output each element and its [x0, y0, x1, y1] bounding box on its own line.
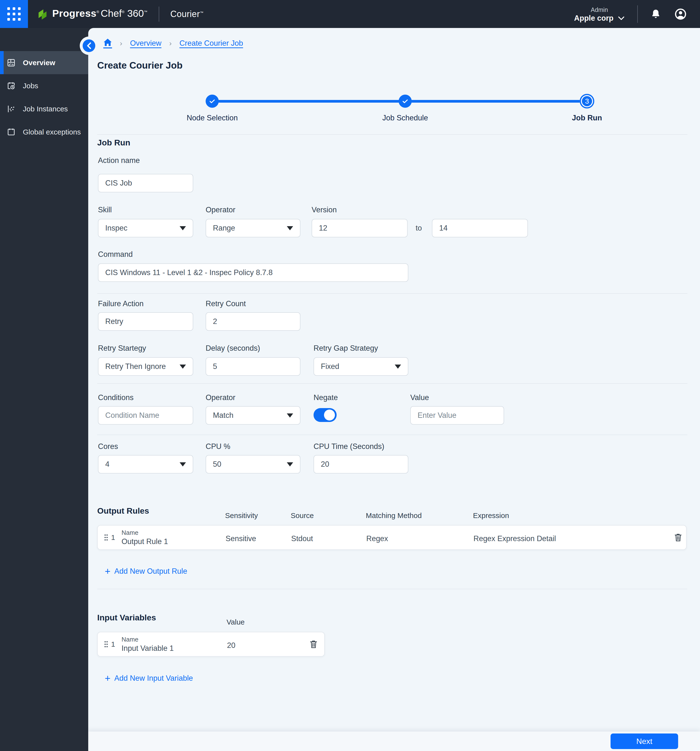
- retry-gap-select[interactable]: Fixed: [313, 357, 409, 376]
- action-name-input[interactable]: [98, 174, 193, 192]
- version-from-input[interactable]: [311, 219, 408, 237]
- plus-icon: +: [105, 675, 110, 682]
- caret-down-icon: [395, 365, 401, 369]
- step-label-node-selection: Node Selection: [163, 114, 261, 122]
- role-label: Admin: [591, 6, 608, 14]
- operator-label: Operator: [206, 206, 235, 214]
- row-name-label: Name: [122, 636, 138, 643]
- user-avatar-icon: [675, 8, 686, 20]
- section-title-job-run: Job Run: [97, 138, 130, 147]
- operator-select[interactable]: Range: [206, 219, 301, 237]
- section-divider: [97, 293, 688, 294]
- breadcrumb: › Overview › Create Courier Job: [103, 38, 243, 48]
- sidebar-item-overview[interactable]: Overview: [0, 51, 88, 74]
- retry-count-input[interactable]: [206, 312, 301, 331]
- output-rule-sensitivity: Sensitive: [225, 534, 256, 543]
- home-icon: [103, 38, 112, 46]
- caret-down-icon: [287, 462, 293, 467]
- sidebar-item-label: Jobs: [23, 82, 38, 90]
- sidebar-item-label: Global exceptions: [23, 128, 81, 136]
- version-label: Version: [311, 206, 337, 214]
- caret-down-icon: [180, 226, 186, 230]
- retry-strategy-select[interactable]: Retry Then Ignore: [98, 357, 193, 376]
- failure-action-label: Failure Action: [98, 299, 143, 308]
- col-matching-method: Matching Method: [366, 511, 422, 520]
- cond-operator-select[interactable]: Match: [206, 406, 301, 425]
- version-to-word: to: [416, 219, 422, 237]
- app-grid-button[interactable]: [0, 0, 28, 28]
- version-to-input[interactable]: [432, 219, 528, 237]
- brand-progress: Progress®: [52, 8, 99, 19]
- sidebar-collapse-button[interactable]: [83, 39, 95, 52]
- sidebar-item-jobs[interactable]: Jobs: [0, 74, 88, 97]
- delete-input-variable-button[interactable]: [309, 639, 318, 649]
- sidebar-item-label: Overview: [23, 59, 55, 67]
- drag-handle[interactable]: 1: [104, 533, 115, 542]
- next-button[interactable]: Next: [611, 734, 678, 749]
- sidebar-item-global-exceptions[interactable]: Global exceptions: [0, 121, 88, 144]
- breadcrumb-overview-link[interactable]: Overview: [130, 39, 161, 48]
- drag-handle[interactable]: 1: [104, 640, 115, 648]
- step-job-run-circle[interactable]: 3: [580, 94, 594, 108]
- output-rule-row: 1 Name Output Rule 1 Sensitive Stdout Re…: [97, 525, 687, 550]
- skill-label: Skill: [98, 206, 112, 214]
- delay-input[interactable]: [206, 357, 301, 376]
- brand-logo: Progress® Chef® 360™: [36, 8, 148, 20]
- skill-select[interactable]: Inspec: [98, 219, 193, 237]
- add-input-variable-link[interactable]: + Add New Input Variable: [105, 674, 193, 683]
- failure-action-input[interactable]: [98, 312, 193, 331]
- col-source: Source: [291, 511, 314, 520]
- condition-name-input[interactable]: [98, 406, 193, 425]
- footer-bar: Next: [88, 731, 700, 751]
- org-switcher[interactable]: Admin Apple corp: [574, 6, 624, 23]
- breadcrumb-home-link[interactable]: [103, 38, 112, 48]
- dashboard-icon: [6, 58, 16, 67]
- header-divider: [159, 6, 159, 22]
- step-node-selection-circle[interactable]: [206, 94, 219, 108]
- product-name: Courier™: [170, 9, 204, 19]
- cpu-time-input[interactable]: [313, 455, 409, 473]
- col-value: Value: [227, 618, 245, 626]
- input-variable-value: 20: [227, 641, 235, 650]
- retry-strategy-label: Retry Startegy: [98, 344, 146, 352]
- cond-operator-label: Operator: [206, 393, 235, 402]
- step-job-schedule-circle[interactable]: [399, 94, 412, 108]
- section-divider: [97, 383, 688, 384]
- cond-value-input[interactable]: [410, 406, 504, 425]
- chevron-down-icon: [618, 16, 624, 20]
- user-menu-button[interactable]: [673, 6, 688, 22]
- section-divider: [97, 434, 688, 435]
- org-name: Apple corp: [574, 14, 614, 23]
- cpu-pct-select[interactable]: 50: [206, 455, 301, 473]
- caret-down-icon: [180, 462, 186, 467]
- negate-toggle[interactable]: [313, 408, 337, 422]
- add-output-rule-link[interactable]: + Add New Output Rule: [105, 567, 187, 576]
- step-number: 3: [585, 97, 589, 105]
- main-content: › Overview › Create Courier Job Create C…: [88, 28, 700, 751]
- breadcrumb-current-link[interactable]: Create Courier Job: [179, 39, 243, 48]
- delete-output-rule-button[interactable]: [673, 532, 683, 542]
- drag-dots-icon: [104, 534, 108, 541]
- cond-value-label: Value: [410, 393, 429, 402]
- cores-select[interactable]: 4: [98, 455, 193, 473]
- sidebar-item-job-instances[interactable]: Job Instances: [0, 97, 88, 121]
- header-divider-2: [637, 5, 638, 23]
- page-title: Create Courier Job: [97, 60, 182, 71]
- output-rule-expression: Regex Expression Detail: [473, 534, 556, 543]
- command-input[interactable]: [98, 263, 409, 282]
- notifications-button[interactable]: [648, 6, 663, 22]
- section-divider: [97, 589, 688, 589]
- caret-down-icon: [287, 413, 293, 417]
- retry-gap-label: Retry Gap Strategy: [313, 344, 378, 352]
- step-label-job-schedule: Job Schedule: [356, 114, 454, 122]
- cpu-pct-label: CPU %: [206, 442, 230, 451]
- trash-icon: [309, 639, 318, 649]
- delay-label: Delay (seconds): [206, 344, 260, 352]
- input-variable-row: 1 Name Input Variable 1 20: [97, 632, 325, 657]
- plus-icon: +: [105, 568, 110, 575]
- row-index: 1: [111, 533, 115, 542]
- brand-chef360: Chef® 360™: [101, 8, 148, 19]
- scatter-plot-icon: [6, 104, 16, 114]
- input-variables-title: Input Variables: [97, 613, 156, 622]
- conditions-label: Conditions: [98, 393, 133, 402]
